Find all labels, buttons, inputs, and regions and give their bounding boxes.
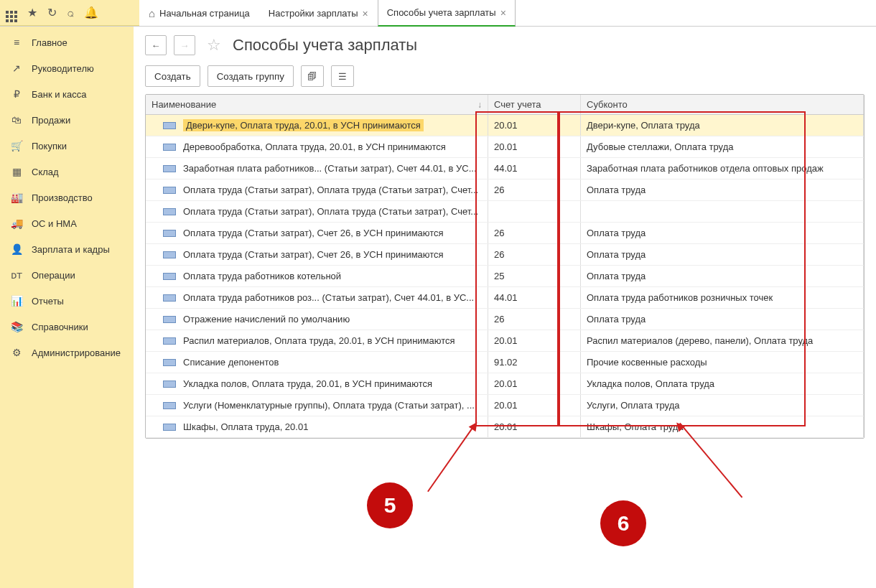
sidebar-item-10[interactable]: 📊Отчеты [0,288,134,314]
home-icon: ⌂ [149,7,155,19]
close-icon[interactable]: × [363,8,368,19]
sidebar: ≡Главное↗Руководителю₽Банк и касса🛍Прода… [0,27,134,588]
sidebar-icon: ▦ [10,166,23,177]
row-icon [163,294,176,302]
bell-icon[interactable]: 🔔 [84,6,98,19]
nav-back-button[interactable]: ← [145,35,167,55]
cell-name: Распил материалов, Оплата труда, 20.01, … [183,335,455,346]
sidebar-item-1[interactable]: ↗Руководителю [0,55,134,81]
sidebar-item-label: Отчеты [32,296,64,307]
list-settings-button[interactable]: ☰ [331,65,354,87]
sidebar-item-3[interactable]: 🛍Продажи [0,107,134,133]
row-icon [163,273,176,280]
favorite-icon[interactable]: ★ [27,6,37,19]
cell-name: Списание депонентов [183,357,279,368]
sidebar-icon: ᴅᴛ [10,269,23,281]
sidebar-item-label: Производство [32,192,93,203]
sidebar-item-12[interactable]: ⚙Администрирование [0,340,134,365]
row-icon [163,165,176,172]
row-icon [163,208,176,215]
cell-name: Заработная плата работников... (Статьи з… [183,163,477,174]
sidebar-item-label: ОС и НМА [32,218,77,229]
sidebar-icon: 📊 [10,295,23,307]
row-icon [163,251,176,258]
tab-home-label: Начальная страница [159,8,250,19]
annotation-box-6 [559,111,806,426]
cell-name: Двери-купе, Оплата труда, 20.01, в УСН п… [183,119,424,131]
create-button[interactable]: Создать [145,65,200,87]
sidebar-icon: ≡ [10,37,23,48]
cell-name: Отражение начислений по умолчанию [183,314,350,325]
tab-methods-label: Способы учета зарплаты [387,7,496,18]
sidebar-item-label: Склад [32,167,59,177]
cell-name: Оплата труда (Статьи затрат), Оплата тру… [183,185,478,195]
sidebar-icon: ₽ [10,88,23,100]
tab-settings-label: Настройки зарплаты [269,8,358,19]
row-icon [163,230,176,237]
row-icon [163,337,176,345]
cell-name: Оплата труда работников роз... (Статьи з… [183,292,474,303]
row-icon [163,187,176,194]
column-header-name[interactable]: Наименование ↓ [146,95,488,114]
cell-name: Оплата труда (Статьи затрат), Оплата тру… [183,206,478,217]
sidebar-item-label: Справочники [32,322,88,332]
search-icon[interactable]: ⌕ [67,6,74,19]
create-group-button[interactable]: Создать группу [208,65,294,87]
sidebar-item-6[interactable]: 🏭Производство [0,185,134,210]
sidebar-item-9[interactable]: ᴅᴛОперации [0,262,134,288]
apps-icon[interactable] [6,4,17,22]
sidebar-item-4[interactable]: 🛒Покупки [0,133,134,159]
page-title: Способы учета зарплаты [233,36,417,55]
sidebar-item-0[interactable]: ≡Главное [0,29,134,55]
tab-home[interactable]: ⌂ Начальная страница [139,0,259,26]
cell-name: Укладка полов, Оплата труда, 20.01, в УС… [183,378,432,389]
annotation-marker-5: 5 [367,482,413,528]
annotation-marker-6: 6 [600,500,646,546]
sidebar-item-label: Администрирование [32,347,121,358]
annotation-box-5 [475,111,559,426]
sidebar-item-label: Зарплата и кадры [32,244,110,255]
sidebar-item-2[interactable]: ₽Банк и касса [0,81,134,107]
sidebar-item-label: Руководителю [32,63,94,74]
sidebar-item-7[interactable]: 🚚ОС и НМА [0,210,134,236]
row-icon [163,424,176,431]
sidebar-icon: 👤 [10,243,23,255]
copy-button[interactable]: 🗐 [301,65,324,87]
cell-name: Услуги (Номенклатурные группы), Оплата т… [183,400,475,411]
sort-icon: ↓ [477,100,482,110]
cell-name: Шкафы, Оплата труда, 20.01 [183,421,308,432]
row-icon [163,144,176,151]
sidebar-item-8[interactable]: 👤Зарплата и кадры [0,236,134,262]
star-icon[interactable]: ☆ [207,36,221,55]
sidebar-icon: 🛒 [10,140,23,151]
row-icon [163,316,176,323]
cell-name: Оплата труда (Статьи затрат), Счет 26, в… [183,228,444,238]
sidebar-icon: ↗ [10,62,23,74]
sidebar-item-label: Банк и касса [32,89,87,100]
tab-settings[interactable]: Настройки зарплаты × [259,0,378,26]
sidebar-item-label: Продажи [32,115,70,126]
cell-name: Деревообработка, Оплата труда, 20.01, в … [183,141,446,152]
nav-forward-button[interactable]: → [174,35,195,55]
sidebar-icon: 🚚 [10,218,23,229]
cell-name: Оплата труда (Статьи затрат), Счет 26, в… [183,249,444,260]
row-icon [163,122,176,129]
sidebar-icon: 🏭 [10,192,23,203]
sidebar-item-label: Покупки [32,141,67,151]
close-icon[interactable]: × [500,7,506,19]
row-icon [163,381,176,388]
row-icon [163,402,176,409]
sidebar-item-label: Главное [32,37,67,48]
row-icon [163,359,176,366]
sidebar-icon: 📚 [10,321,23,332]
tab-methods[interactable]: Способы учета зарплаты × [378,0,516,27]
sidebar-icon: ⚙ [10,347,23,358]
sidebar-item-5[interactable]: ▦Склад [0,159,134,185]
sidebar-item-label: Операции [32,270,75,281]
sidebar-item-11[interactable]: 📚Справочники [0,314,134,340]
history-icon[interactable]: ↻ [47,6,57,19]
cell-name: Оплата труда работников котельной [183,271,341,281]
sidebar-icon: 🛍 [10,114,23,126]
